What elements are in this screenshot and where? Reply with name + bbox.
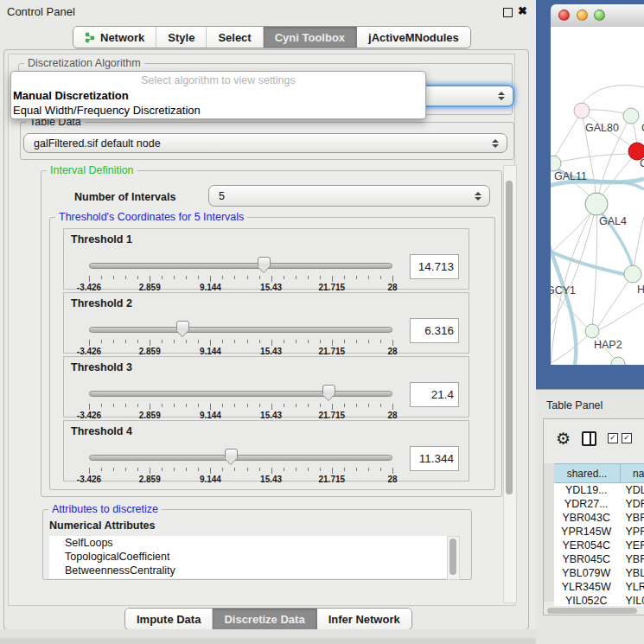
column-split-icon[interactable] bbox=[582, 431, 596, 446]
table-row[interactable]: YPR145WYPR1 bbox=[554, 525, 644, 539]
cell-name[interactable]: YIL0 bbox=[618, 594, 644, 606]
table-row[interactable]: YBR043CYBR0 bbox=[554, 511, 644, 525]
menu-item-manual-discretization[interactable]: Manual Discretization bbox=[13, 89, 129, 102]
threshold-slider[interactable]: -3.4262.8599.14415.4321.71528 bbox=[89, 258, 392, 289]
table-data-combobox[interactable]: galFiltered.sif default node bbox=[23, 133, 507, 153]
tab-style[interactable]: Style bbox=[156, 27, 207, 48]
threshold-slider[interactable]: -3.4262.8599.14415.4321.71528 bbox=[89, 450, 392, 481]
network-edge[interactable] bbox=[582, 86, 644, 105]
network-node[interactable] bbox=[623, 108, 639, 124]
table-row[interactable]: YER054CYER0 bbox=[554, 539, 644, 552]
numerical-attributes-list[interactable]: SelfLoops TopologicalCoefficient Between… bbox=[49, 536, 447, 578]
cell-shared-name[interactable]: YPR145W bbox=[554, 525, 618, 539]
table-row[interactable]: YDR27...YDR2 bbox=[554, 497, 644, 511]
slider-track[interactable] bbox=[89, 263, 392, 269]
menu-item-equal-width-frequency[interactable]: Equal Width/Frequency Discretization bbox=[13, 104, 201, 117]
close-traffic-light-icon[interactable] bbox=[558, 10, 570, 21]
checkbox-icon[interactable]: ✓ bbox=[622, 433, 632, 443]
slider-track[interactable] bbox=[89, 455, 392, 461]
threshold-value-field[interactable]: 14.713 bbox=[410, 254, 459, 279]
slider-tick bbox=[162, 276, 163, 279]
gear-icon[interactable]: ⚙ bbox=[556, 430, 571, 447]
panel-scrollbar[interactable] bbox=[503, 165, 517, 603]
column-header-shared-name[interactable]: shared... bbox=[554, 463, 621, 483]
network-edge[interactable] bbox=[553, 154, 634, 163]
zoom-traffic-light-icon[interactable] bbox=[594, 10, 605, 21]
cell-name[interactable]: YBR0 bbox=[618, 552, 644, 566]
slider-track[interactable] bbox=[89, 327, 392, 333]
threshold-slider[interactable]: -3.4262.8599.14415.4321.71528 bbox=[89, 322, 392, 353]
table-row[interactable]: YBL079WYBL0 bbox=[554, 566, 644, 580]
tab-label: Style bbox=[168, 31, 194, 44]
slider-tick bbox=[332, 340, 333, 346]
tab-network[interactable]: Network bbox=[73, 27, 156, 48]
scrollbar-thumb[interactable] bbox=[450, 539, 456, 575]
threshold-value-field[interactable]: 21.4 bbox=[410, 382, 459, 407]
cell-shared-name[interactable]: YER054C bbox=[554, 539, 618, 552]
network-node[interactable] bbox=[574, 103, 590, 118]
float-window-icon[interactable] bbox=[503, 8, 513, 17]
node-label: C bbox=[640, 157, 644, 169]
cell-name[interactable]: YBR0 bbox=[618, 511, 644, 525]
network-edge[interactable] bbox=[587, 110, 628, 114]
tab-discretize-data[interactable]: Discretize Data bbox=[213, 609, 316, 629]
cell-name[interactable]: YBL0 bbox=[618, 566, 644, 580]
table-row[interactable]: YLR345WYLR3 bbox=[554, 580, 644, 594]
slider-thumb-tip[interactable] bbox=[322, 394, 335, 400]
slider-thumb-tip[interactable] bbox=[225, 458, 237, 464]
table-row[interactable]: YIL052CYIL0 bbox=[554, 594, 644, 606]
attributes-list-scrollbar[interactable] bbox=[447, 536, 460, 580]
cell-name[interactable]: YER0 bbox=[618, 539, 644, 552]
cell-shared-name[interactable]: YIL052C bbox=[554, 594, 618, 606]
network-node[interactable] bbox=[611, 357, 625, 365]
tab-select[interactable]: Select bbox=[207, 27, 263, 48]
slider-thumb-tip[interactable] bbox=[258, 266, 270, 272]
slider-tick bbox=[344, 404, 345, 407]
tab-infer-network[interactable]: Infer Network bbox=[317, 609, 411, 629]
threshold-value-field[interactable]: 6.316 bbox=[410, 318, 459, 343]
tab-impute-data[interactable]: Impute Data bbox=[125, 609, 213, 629]
cell-shared-name[interactable]: YBL079W bbox=[554, 566, 618, 580]
cell-shared-name[interactable]: YDR27... bbox=[554, 497, 618, 511]
network-node[interactable] bbox=[585, 324, 599, 338]
table-row[interactable]: YBR045CYBR0 bbox=[554, 552, 644, 566]
network-edge[interactable] bbox=[551, 250, 631, 276]
cell-name[interactable]: YDL1 bbox=[618, 483, 644, 497]
cell-shared-name[interactable]: YLR345W bbox=[554, 580, 618, 594]
tab-cyni-toolbox[interactable]: Cyni Toolbox bbox=[264, 27, 357, 48]
network-node[interactable] bbox=[624, 265, 641, 283]
cell-name[interactable]: YPR1 bbox=[618, 525, 644, 539]
table-row[interactable]: YDL19...YDL1 bbox=[554, 483, 644, 497]
table-rows[interactable]: YDL19...YDL1YDR27...YDR2YBR043CYBR0YPR14… bbox=[554, 483, 644, 606]
cell-shared-name[interactable]: YBR045C bbox=[554, 552, 618, 566]
scrollbar-thumb[interactable] bbox=[547, 608, 637, 614]
list-item[interactable]: SelfLoops bbox=[49, 536, 447, 550]
network-edge[interactable] bbox=[597, 274, 633, 328]
slider-thumb-tip[interactable] bbox=[176, 330, 188, 336]
network-window-titlebar[interactable] bbox=[551, 4, 644, 28]
network-edge[interactable] bbox=[551, 331, 592, 365]
close-icon[interactable]: ✖ bbox=[518, 4, 527, 17]
cell-shared-name[interactable]: YBR043C bbox=[554, 511, 618, 525]
network-edge[interactable] bbox=[598, 303, 644, 330]
cell-name[interactable]: YDR2 bbox=[618, 497, 644, 511]
threshold-slider[interactable]: -3.4262.8599.14415.4321.71528 bbox=[89, 386, 392, 417]
network-node[interactable] bbox=[585, 193, 608, 215]
cell-name[interactable]: YLR3 bbox=[618, 580, 644, 594]
checkbox-icon[interactable]: ✓ bbox=[608, 433, 618, 443]
threshold-value-field[interactable]: 11.344 bbox=[410, 446, 459, 471]
column-header-name[interactable]: na bbox=[621, 463, 644, 483]
list-item[interactable]: TopologicalCoefficient bbox=[49, 550, 447, 564]
cell-shared-name[interactable]: YDL19... bbox=[554, 483, 618, 497]
slider-tick-label: 21.715 bbox=[310, 411, 354, 420]
network-view-canvas[interactable]: GAL80GACGAL11GAL4GCY1HHAP2 bbox=[551, 27, 644, 365]
slider-tick bbox=[137, 340, 138, 343]
slider-track[interactable] bbox=[89, 391, 392, 397]
scrollbar-thumb[interactable] bbox=[506, 181, 513, 494]
table-horizontal-scrollbar[interactable] bbox=[547, 607, 644, 615]
number-of-intervals-combobox[interactable]: 5 bbox=[208, 185, 490, 207]
list-item[interactable]: BetweennessCentrality bbox=[49, 564, 447, 577]
tab-jactivemnodules[interactable]: jActiveMNodules bbox=[357, 27, 470, 48]
minimize-traffic-light-icon[interactable] bbox=[577, 10, 588, 21]
node-label: GCY1 bbox=[551, 284, 576, 296]
